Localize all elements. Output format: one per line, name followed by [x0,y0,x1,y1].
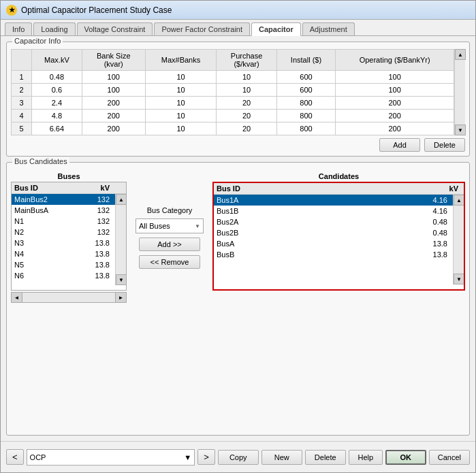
cell-banksize[interactable]: 200 [82,123,145,135]
cell-maxkv[interactable]: 0.6 [32,84,82,97]
cell-maxbanks[interactable]: 10 [145,97,217,110]
list-item[interactable]: MainBusA 132 [12,205,115,216]
cancel-button[interactable]: Cancel [429,450,470,465]
buses-scrollbar[interactable]: ▲ ▼ [115,194,126,285]
candidate-kv-cell: 4.16 [278,207,450,215]
cell-banksize[interactable]: 100 [82,84,145,97]
cell-install[interactable]: 600 [276,84,336,97]
cell-banksize[interactable]: 200 [82,110,145,123]
cell-banksize[interactable]: 200 [82,97,145,110]
list-item[interactable]: N1 132 [12,216,115,227]
table-row[interactable]: 2 0.6 100 10 10 600 100 [12,84,454,97]
candidate-id-cell: Bus1B [217,207,278,215]
remove-candidate-button[interactable]: << Remove [139,255,200,269]
help-button[interactable]: Help [349,450,383,465]
cell-purchase[interactable]: 10 [217,71,276,84]
add-candidate-button[interactable]: Add >> [139,238,200,251]
cell-maxbanks[interactable]: 10 [145,123,217,135]
prev-study-button[interactable]: < [6,449,24,465]
list-item[interactable]: N2 132 [12,227,115,238]
scroll-down-btn[interactable]: ▼ [455,125,466,135]
table-row[interactable]: 4 4.8 200 10 20 800 200 [12,110,454,123]
cell-install[interactable]: 800 [276,97,336,110]
ok-button[interactable]: OK [385,450,426,465]
buses-list-items: MainBus2 132 MainBusA 132 N1 132 N2 132 … [12,194,126,285]
list-item[interactable]: Bus1A 4.16 [214,195,453,206]
table-row[interactable]: 3 2.4 200 10 20 800 200 [12,97,454,110]
cell-operating[interactable]: 200 [336,110,454,123]
col-header-maxkv: Max.kV [32,50,82,71]
cell-install[interactable]: 600 [276,71,336,84]
cell-maxbanks[interactable]: 10 [145,110,217,123]
tab-info[interactable]: Info [5,22,32,35]
cell-maxkv[interactable]: 6.64 [32,123,82,135]
next-study-button[interactable]: > [197,449,215,465]
buses-scroll-up[interactable]: ▲ [116,194,126,205]
buses-hscroll[interactable]: ◄ ► [11,292,127,303]
list-item[interactable]: BusB 13.8 [214,249,453,260]
tab-voltage-constraint[interactable]: Voltage Constraint [77,22,153,35]
tab-adjustment[interactable]: Adjustment [302,22,355,35]
study-dropdown[interactable]: OCP ▼ [27,449,195,466]
copy-button[interactable]: Copy [218,450,259,465]
candidates-scroll-down[interactable]: ▼ [454,274,464,284]
cell-purchase[interactable]: 20 [217,97,276,110]
tab-loading[interactable]: Loading [33,22,75,35]
list-item[interactable]: N4 13.8 [12,248,115,259]
candidate-id-cell: Bus2B [217,229,278,237]
new-button[interactable]: New [261,450,302,465]
bus-category-dropdown[interactable]: All Buses ▼ [136,218,204,233]
cell-maxkv[interactable]: 0.48 [32,71,82,84]
title-bar: ★ Optimal Capacitor Placement Study Case [1,1,475,20]
scroll-up-btn[interactable]: ▲ [455,49,466,60]
buses-hscroll-right[interactable]: ► [115,293,126,302]
cell-purchase[interactable]: 20 [217,110,276,123]
cell-purchase[interactable]: 10 [217,84,276,97]
list-item[interactable]: Bus2A 0.48 [214,216,453,227]
bus-id-cell: N5 [14,261,76,269]
buses-label: Buses [11,172,127,180]
col-header-operating: Operating ($/BankYr) [336,50,454,71]
cell-maxkv[interactable]: 4.8 [32,110,82,123]
delete-button[interactable]: Delete [305,450,346,465]
cell-operating[interactable]: 100 [336,71,454,84]
cell-install[interactable]: 800 [276,110,336,123]
candidate-id-cell: Bus1A [217,196,278,204]
buses-hscroll-left[interactable]: ◄ [12,293,22,302]
cell-maxkv[interactable]: 2.4 [32,97,82,110]
capacitor-add-button[interactable]: Add [379,138,420,152]
list-item[interactable]: BusA 13.8 [214,238,453,249]
list-item[interactable]: Bus2B 0.48 [214,227,453,238]
list-item[interactable]: N3 13.8 [12,238,115,248]
cell-purchase[interactable]: 20 [217,123,276,135]
table-row[interactable]: 5 6.64 200 10 20 800 200 [12,123,454,135]
candidate-id-cell: BusA [217,240,278,248]
cell-operating[interactable]: 100 [336,84,454,97]
buses-scroll-down[interactable]: ▼ [116,274,126,285]
cell-operating[interactable]: 200 [336,97,454,110]
bus-kv-cell: 13.8 [76,250,112,258]
capacitor-delete-button[interactable]: Delete [424,138,465,152]
bus-category-value: All Buses [139,222,170,230]
cell-banksize[interactable]: 100 [82,71,145,84]
list-item[interactable]: N6 13.8 [12,270,115,281]
bus-id-cell: N3 [14,239,76,247]
list-item[interactable]: Bus1B 4.16 [214,206,453,216]
capacitor-table-scrollbar[interactable]: ▲ ▼ [454,49,465,135]
cell-install[interactable]: 800 [276,123,336,135]
row-num: 1 [12,71,32,84]
list-item[interactable]: MainBus2 132 [12,194,115,205]
candidates-scrollbar[interactable]: ▲ ▼ [453,195,464,284]
cell-operating[interactable]: 200 [336,123,454,135]
cell-maxbanks[interactable]: 10 [145,71,217,84]
cell-maxbanks[interactable]: 10 [145,84,217,97]
table-row[interactable]: 1 0.48 100 10 10 600 100 [12,71,454,84]
bus-kv-cell: 132 [76,206,112,214]
row-num: 2 [12,84,32,97]
row-num: 4 [12,110,32,123]
candidates-scroll-track [454,206,464,274]
candidates-scroll-up[interactable]: ▲ [454,195,464,206]
tab-power-factor-constraint[interactable]: Power Factor Constraint [154,22,250,35]
list-item[interactable]: N5 13.8 [12,259,115,270]
tab-capacitor[interactable]: Capacitor [251,22,301,36]
